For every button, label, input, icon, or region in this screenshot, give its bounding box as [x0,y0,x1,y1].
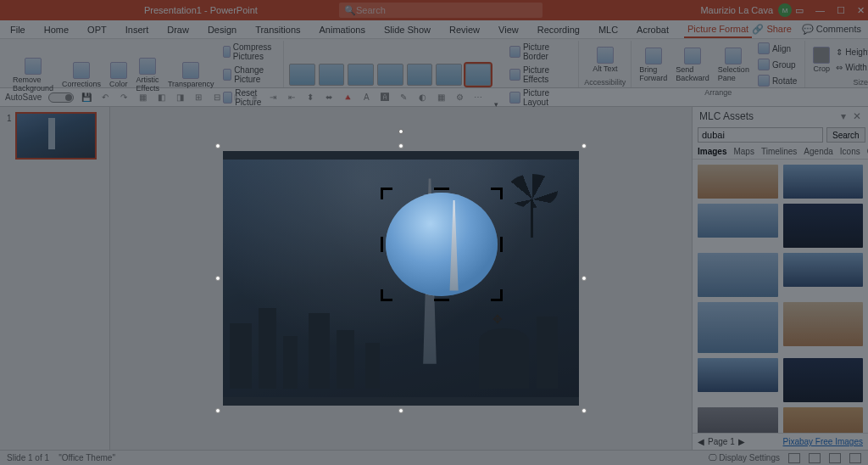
display-settings-button[interactable]: 🖵 Display Settings [709,453,780,462]
picture-effects-button[interactable]: Picture Effects [507,64,573,86]
tab-mlc[interactable]: MLC [595,22,621,37]
asset-thumb[interactable] [698,407,778,433]
asset-thumb[interactable] [698,358,778,392]
asset-thumb[interactable] [783,358,864,402]
picture-style-1[interactable] [289,64,315,86]
picture-style-2[interactable] [319,64,345,86]
assets-search-button[interactable]: Search [826,127,865,143]
search-input[interactable] [356,5,537,15]
crop-button[interactable]: Crop [810,45,832,75]
qat-icon[interactable]: ⬌ [323,92,335,104]
assets-tab-timelines[interactable]: Timelines [761,147,797,156]
reading-view-icon[interactable] [829,453,841,463]
tab-transitions[interactable]: Transitions [252,22,303,37]
tab-recording[interactable]: Recording [534,22,583,37]
tab-home[interactable]: Home [41,22,72,37]
qat-icon[interactable]: ▦ [136,92,148,104]
qat-icon[interactable]: ◐ [416,92,428,104]
pixabay-link[interactable]: Pixabay Free Images [783,437,864,446]
height-field[interactable]: ⇕ Height: ▲▼ [836,46,868,58]
width-field[interactable]: ⇔ Width: ▲▼ [836,61,868,73]
assets-tab-agenda[interactable]: Agenda [804,147,832,156]
normal-view-icon[interactable] [788,453,800,463]
bring-forward-button[interactable]: Bring Forward [637,46,670,84]
qat-icon[interactable]: ⬍ [304,92,316,104]
transparency-button[interactable]: Transparency [165,60,217,90]
picture-layout-button[interactable]: Picture Layout [507,87,573,109]
rotation-handle[interactable] [398,129,403,134]
rotate-button[interactable]: Rotate [755,73,799,88]
save-icon[interactable]: 💾 [81,92,92,104]
autosave-toggle[interactable] [48,92,74,103]
qat-icon[interactable]: ⇥ [267,92,279,104]
qat-icon[interactable]: ⇤ [286,92,298,104]
tab-insert[interactable]: Insert [122,22,153,37]
assets-tab-maps[interactable]: Maps [733,147,754,156]
assets-tab-icons[interactable]: Icons [840,147,860,156]
remove-background-button[interactable]: Remove Background [10,56,56,94]
close-icon[interactable]: ✕ [857,5,865,16]
send-backward-button[interactable]: Send Backward [673,46,712,84]
tab-acrobat[interactable]: Acrobat [633,22,672,37]
qat-icon[interactable]: ⊞ [192,92,204,104]
compress-pictures-button[interactable]: Compress Pictures [220,41,279,63]
slide-canvas-area[interactable]: ✥ [110,107,692,450]
assets-results-grid[interactable] [693,160,868,433]
comments-button[interactable]: 💬 Comments [802,24,861,35]
asset-thumb[interactable] [783,407,864,433]
picture-style-3[interactable] [348,64,374,86]
panel-options-icon[interactable]: ▾ [841,110,846,122]
tab-picture-format[interactable]: Picture Format [684,21,752,38]
qat-icon[interactable]: A [360,92,372,104]
qat-icon[interactable]: 🅰 [379,92,391,104]
picture-style-4[interactable] [377,64,403,86]
sorter-view-icon[interactable] [809,453,821,463]
global-search[interactable]: 🔍 [339,3,542,18]
ribbon-options-icon[interactable]: ▭ [795,5,804,16]
maximize-icon[interactable]: ☐ [837,5,845,16]
picture-style-7[interactable] [465,64,492,86]
asset-thumb[interactable] [698,165,778,199]
slide-thumb-1[interactable] [15,112,97,160]
picture-object[interactable] [223,160,579,397]
align-button[interactable]: Align [755,41,799,56]
tab-draw[interactable]: Draw [164,22,192,37]
slideshow-view-icon[interactable] [849,453,861,463]
picture-style-5[interactable] [407,64,433,86]
prev-page-icon[interactable]: ◀ [698,437,704,446]
undo-icon[interactable]: ↶ [99,92,111,104]
alt-text-button[interactable]: Alt Text [590,45,620,75]
artistic-effects-button[interactable]: Artistic Effects [134,56,162,94]
qat-icon[interactable]: ⋯ [472,92,484,104]
picture-style-6[interactable] [436,64,462,86]
user-account[interactable]: Maurizio La Cava M [700,3,792,17]
asset-thumb[interactable] [698,204,778,238]
assets-tab-images[interactable]: Images [698,147,726,156]
minimize-icon[interactable]: — [815,5,825,16]
color-button[interactable]: Color [107,60,131,90]
group-button[interactable]: Group [755,57,799,72]
asset-thumb[interactable] [698,302,778,353]
tab-animations[interactable]: Animations [316,22,369,37]
tab-design[interactable]: Design [204,22,240,37]
asset-thumb[interactable] [783,204,864,248]
tab-view[interactable]: View [495,22,522,37]
tab-slideshow[interactable]: Slide Show [381,22,434,37]
slide-canvas[interactable]: ✥ [223,151,579,406]
slide-thumbnails-pane[interactable] [0,107,110,450]
qat-icon[interactable]: ≡ [248,92,260,104]
asset-thumb[interactable] [783,302,864,346]
tab-review[interactable]: Review [446,22,483,37]
picture-border-button[interactable]: Picture Border [507,41,573,63]
selection-pane-button[interactable]: Selection Pane [715,46,752,84]
panel-close-icon[interactable]: ✕ [853,110,861,122]
corrections-button[interactable]: Corrections [59,60,103,90]
tab-opt[interactable]: OPT [84,22,110,37]
qat-icon[interactable]: ◧ [155,92,167,104]
next-page-icon[interactable]: ▶ [738,437,745,446]
qat-icon[interactable]: ▦ [435,92,447,104]
asset-thumb[interactable] [698,253,778,297]
redo-icon[interactable]: ↷ [118,92,130,104]
asset-thumb[interactable] [783,253,864,287]
change-picture-button[interactable]: Change Picture [220,64,279,86]
